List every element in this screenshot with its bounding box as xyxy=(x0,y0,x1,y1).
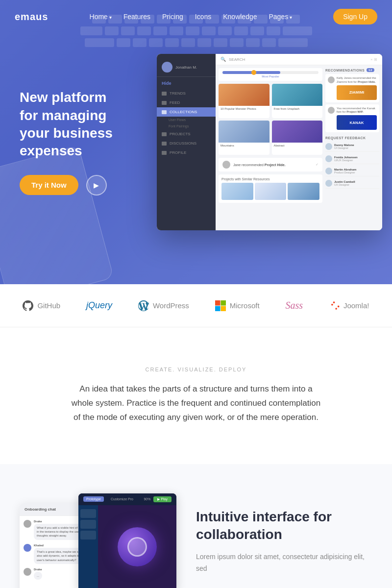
collab-text: Intuitive interface for collaboration Lo… xyxy=(196,493,372,575)
app-mockup: Jonathan M. Hide TRENDS FEED COLLECTIONS… xyxy=(157,54,382,230)
mockup-search-bar: 🔍 SEARCH × ⊞ xyxy=(216,54,382,65)
proto-circle xyxy=(118,527,157,566)
signup-button[interactable]: Sign Up xyxy=(333,9,377,24)
mini-card-3: Mountains xyxy=(219,121,270,155)
navbar: emaus Home Features Pricing Icons Knowle… xyxy=(0,0,392,33)
nav-pricing[interactable]: Pricing xyxy=(162,13,183,21)
play-button[interactable]: ▶ xyxy=(86,175,107,196)
proto-sidebar xyxy=(78,505,98,588)
sidebar-profile: PROFILE xyxy=(157,148,216,157)
sidebar-sub-fonts: Font Pairings xyxy=(157,123,216,129)
projects-icon xyxy=(162,132,167,136)
sidebar-user: Jonathan M. xyxy=(157,58,216,77)
nav-pages[interactable]: Pages xyxy=(269,13,292,21)
collab-mockups: Onboarding chat Drake What if you add a … xyxy=(20,493,176,588)
brand-sass: Sass xyxy=(285,300,303,311)
prototype-mockup: Prototype Customize Pro 90% ▶ Play xyxy=(78,493,176,588)
card-img-2 xyxy=(272,84,323,106)
feedback-role-1: UI Designer xyxy=(334,147,379,149)
nav-links: Home Features Pricing Icons Knowledge Pa… xyxy=(90,12,292,21)
similar-projects: Projects with Similar Resources xyxy=(219,174,322,203)
card-img-4 xyxy=(272,121,323,143)
rec-badge: 12 xyxy=(367,68,374,72)
notification-text: Jane recommended Project Hide. xyxy=(233,163,286,167)
proto-play-button[interactable]: ▶ Play xyxy=(153,496,172,502)
nav-icons[interactable]: Icons xyxy=(195,13,211,21)
feedback-info-1: Danny Malone UI Designer xyxy=(334,144,379,149)
chat-avatar-drake2 xyxy=(24,568,31,576)
similar-3 xyxy=(288,183,319,200)
card-text-3: Mountains xyxy=(219,143,270,148)
search-icon: 🔍 xyxy=(220,57,226,62)
collab-description: Lorem ipsum dolor sit amet, consectetur … xyxy=(196,551,372,575)
features-description: An idea that takes the parts of a struct… xyxy=(69,382,323,425)
hero-content: New platform for managing your business … xyxy=(0,89,127,196)
rec-item-1: Kelly Jones recommended the Ziamimi font… xyxy=(325,74,379,102)
mini-card-2: Free from Unsplash xyxy=(272,84,323,118)
card-img-3 xyxy=(219,121,270,143)
brand-jquery-icon: jQuery xyxy=(86,300,112,311)
card-text-4: Abstract xyxy=(272,143,323,148)
nav-home[interactable]: Home xyxy=(90,13,112,21)
brands-section: GitHub jQuery WordPress Microsoft Sass J… xyxy=(0,284,392,327)
feedback-info-3: Martin Abraham Product Designer xyxy=(334,168,379,174)
svg-rect-3 xyxy=(220,306,226,311)
sidebar-sub-userflows: User Flows xyxy=(157,117,216,123)
card-text-2: Free from Unsplash xyxy=(272,106,323,112)
nav-knowledge[interactable]: Knowledge xyxy=(223,13,257,21)
feedback-avatar-1 xyxy=(325,143,332,150)
mockup-content-area: Most Popular 10 Popular Monster Photos F… xyxy=(216,65,382,230)
sidebar-trends: TRENDS xyxy=(157,89,216,98)
chat-bubble-3: ... xyxy=(34,572,42,580)
brand-microsoft: Microsoft xyxy=(215,300,260,311)
feedback-role-4: UX Designer xyxy=(334,183,379,186)
similar-grid xyxy=(221,183,319,200)
sidebar-username: Jonathan M. xyxy=(175,65,197,70)
card-grid: 10 Popular Monster Photos Free from Unsp… xyxy=(219,84,322,155)
feedback-info-4: Justin Cambell UX Designer xyxy=(334,180,379,186)
rec-avatar-2 xyxy=(328,107,335,114)
discussions-icon xyxy=(162,142,167,146)
feedback-item-3: Martin Abraham Product Designer xyxy=(325,166,379,176)
logo[interactable]: emaus xyxy=(15,11,48,23)
hero-title: New platform for managing your business … xyxy=(20,89,127,160)
feedback-item-2: Freida Johansen UI/UX Designer xyxy=(325,154,379,164)
brand-github: GitHub xyxy=(23,300,60,311)
feedback-item-1: Danny Malone UI Designer xyxy=(325,142,379,152)
proto-tab-prototype[interactable]: Prototype xyxy=(83,496,104,502)
chat-avatar-drake xyxy=(24,520,31,528)
brand-joomla-label: Joomla! xyxy=(343,301,369,310)
sidebar-collections[interactable]: COLLECTIONS xyxy=(157,107,216,117)
collab-section: Onboarding chat Drake What if you add a … xyxy=(0,464,392,588)
try-button[interactable]: Try it Now xyxy=(20,175,78,195)
rec-image-1: ZIAMIMI xyxy=(337,85,377,100)
rec-image-2: KANAK xyxy=(337,115,377,130)
nav-features[interactable]: Features xyxy=(123,13,150,21)
brand-joomla: Joomla! xyxy=(329,300,369,311)
brand-wordpress-label: WordPress xyxy=(153,301,189,310)
search-label: SEARCH xyxy=(229,57,245,62)
brand-microsoft-label: Microsoft xyxy=(230,301,260,310)
proto-tab-customize[interactable]: Customize Pro xyxy=(108,496,136,502)
sidebar-projects: PROJECTS xyxy=(157,129,216,139)
features-tag: CREATE. VISUALIZE. DEPLOY xyxy=(20,367,372,372)
recommendations-panel: RECOMMENDATIONS 12 Kelly Jones recommend… xyxy=(325,68,379,227)
similar-projects-title: Projects with Similar Resources xyxy=(221,177,319,181)
feed-icon xyxy=(162,101,167,105)
card-img-1 xyxy=(219,84,270,106)
profile-icon xyxy=(162,151,167,155)
chat-avatar-khaled xyxy=(24,544,31,552)
rec-avatar-1 xyxy=(328,76,335,83)
brand-sass-icon: Sass xyxy=(285,300,303,311)
trends-icon xyxy=(162,92,167,96)
proto-tabs: Prototype Customize Pro xyxy=(83,496,136,502)
similar-1 xyxy=(221,183,253,200)
collab-title: Intuitive interface for collaboration xyxy=(196,508,372,544)
feedback-role-2: UI/UX Designer xyxy=(334,159,379,162)
hero-actions: Try it Now ▶ xyxy=(20,175,127,196)
mini-card-1: 10 Popular Monster Photos xyxy=(219,84,270,118)
svg-rect-2 xyxy=(215,306,220,311)
card-text-1: 10 Popular Monster Photos xyxy=(219,106,270,112)
feedback-avatar-2 xyxy=(325,155,332,162)
collections-icon xyxy=(162,110,167,114)
